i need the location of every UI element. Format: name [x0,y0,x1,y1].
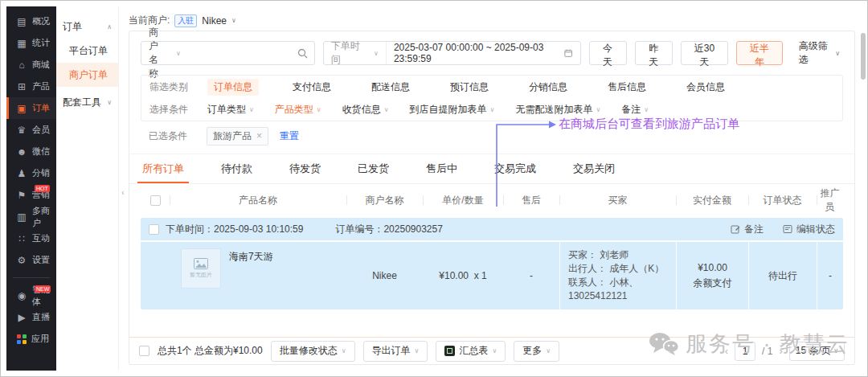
tab-shipped[interactable]: 已发货 [358,154,389,183]
condition-pickup-form[interactable]: 到店自提附加表单∨ [410,103,495,117]
sidebar-item-settings[interactable]: ⚙设置 [6,249,56,271]
sidebar-item-members[interactable]: ♛会员 [6,119,56,141]
category-distribution-info[interactable]: 分销信息 [522,79,574,96]
category-payment-info[interactable]: 支付信息 [286,79,338,96]
sidebar-label: 互动 [32,232,50,244]
chevron-down-icon: ∨ [317,106,321,113]
sidebar-item-products[interactable]: ⊞产品 [6,76,56,97]
search-input[interactable] [188,43,291,64]
tab-closed[interactable]: 交易关闭 [573,154,615,183]
condition-remark[interactable]: 备注∨ [621,103,649,117]
advanced-filter-toggle[interactable]: 高级筛选 ∨ [799,39,843,67]
quick-yesterday-button[interactable]: 昨天 [635,41,673,65]
condition-shipping-info[interactable]: 收货信息∨ [342,103,389,117]
category-aftersale-info[interactable]: 售后信息 [601,79,653,96]
category-member-info[interactable]: 会员信息 [680,79,731,96]
search-field-label: 商户名称 [149,26,165,80]
page-number-input[interactable]: 1 [735,342,755,361]
sidebar-item-apps[interactable]: 应用 [6,328,56,350]
tab-pending-shipment[interactable]: 待发货 [289,154,321,183]
header-order-status: 订单状态 [748,194,817,207]
scrollbar-thumb[interactable] [861,33,866,80]
subnav-item-platform-orders[interactable]: 平台订单 [56,39,118,63]
batch-modify-status-button[interactable]: 批量修改状态∨ [271,341,355,362]
condition-label: 备注 [621,103,641,117]
chevron-down-icon[interactable]: ∨ [231,17,236,24]
gear-icon: ⚙ [16,255,27,266]
no-image-label: 暂无图片 [190,271,212,279]
order-row[interactable]: 下单时间：2025-09-03 10:10:59 订单编号：2025090325… [141,218,843,309]
condition-product-type[interactable]: 产品类型∨ [275,103,321,117]
pay-method: 余额支付 [694,276,732,291]
quick-30days-button[interactable]: 近30天 [681,41,728,65]
time-field-label: 下单时间 [331,39,362,67]
remove-tag-icon[interactable]: × [256,130,262,141]
tab-pending-payment[interactable]: 待付款 [221,154,252,183]
sidebar-item-orders[interactable]: ▣订单 [6,97,56,119]
order-edit-status-label: 编辑状态 [796,223,835,236]
header-aftersale: 售后 [503,194,559,207]
sidebar-item-live[interactable]: ▶直播 [6,306,56,328]
subnav-item-label: 商户订单 [69,68,108,82]
sidebar-item-wechat[interactable]: ☻微信 [6,141,56,162]
condition-order-type[interactable]: 订单类型∨ [207,103,254,117]
sidebar-item-stats[interactable]: ▦统计 [6,32,56,54]
sidebar-item-interaction[interactable]: ∷互动 [6,227,56,249]
chevron-down-icon: ∨ [546,347,551,354]
sidebar-item-multi-merchant[interactable]: ▥多商户 [6,206,56,227]
filter-category-row: 筛选类别 订单信息 支付信息 配送信息 预订信息 分销信息 售后信息 会员信息 [141,76,842,98]
collapse-sidebar-handle[interactable]: ‹ [119,182,127,203]
sidebar-label: 订单 [32,102,50,114]
condition-nodelivery-form[interactable]: 无需配送附加表单∨ [515,103,600,117]
summary-sheet-button[interactable]: 汇总表∨ [436,341,506,362]
more-actions-button[interactable]: 更多∨ [514,341,559,362]
search-icon[interactable] [291,48,314,59]
date-range-input[interactable]: 2025-03-07 00:00:00 ~ 2025-09-03 23:59:5… [386,42,580,64]
buyer-name: 买家： 刘老师 [568,248,628,262]
filter-category-box: 筛选类别 订单信息 支付信息 配送信息 预订信息 分销信息 售后信息 会员信息 … [141,75,843,121]
orders-panel: 商户名称 ∨ 下单时间 ∨ 20 [129,31,855,365]
category-order-info[interactable]: 订单信息 [207,79,259,96]
sidebar-item-overview[interactable]: ▤概况 [6,10,56,32]
page-size-select[interactable]: 15 条/页 ∨ [789,342,845,361]
category-delivery-info[interactable]: 配送信息 [365,79,416,96]
secondary-sidebar: 订单∧ 平台订单 商户订单 配套工具∨ [56,6,119,371]
subnav-item-merchant-orders[interactable]: 商户订单 [56,63,118,87]
sidebar-item-mall[interactable]: ⌂商城 [6,54,56,76]
header-merchant-name: 商户名称 [346,194,423,207]
sidebar-label: 设置 [32,254,50,266]
chevron-down-icon: ∨ [492,347,497,354]
order-note-action[interactable]: 备注 [731,223,764,236]
order-checkbox[interactable] [149,224,159,235]
order-edit-status-action[interactable]: 编辑状态 [783,223,835,236]
category-booking-info[interactable]: 预订信息 [444,79,495,96]
advanced-filter-label: 高级筛选 [799,39,832,67]
mall-icon: ⌂ [16,59,27,71]
footer-select-all-checkbox[interactable] [139,346,149,356]
reset-filters-link[interactable]: 重置 [280,129,299,143]
subnav-group-tools[interactable]: 配套工具∨ [56,90,118,114]
time-field-select[interactable]: 下单时间 ∨ [324,39,386,67]
wechat-icon: ☻ [16,146,27,158]
search-field-select[interactable]: 商户名称 ∨ [141,26,188,80]
quick-halfyear-button[interactable]: 近半年 [736,41,783,65]
sidebar-item-agent[interactable]: ◉智能体NEW [6,285,56,306]
sidebar-label: 多商户 [32,205,56,229]
tab-completed[interactable]: 交易完成 [494,154,536,183]
tab-aftersale[interactable]: 售后中 [426,154,457,183]
agent-icon: ◉ [16,290,27,301]
prev-page-button[interactable]: ‹ [725,345,728,357]
app-window: ▤概况 ▦统计 ⌂商城 ⊞产品 ▣订单 ♛会员 ☻微信 ♟分销 ⚑营销HOT ▥… [0,0,868,377]
chevron-down-icon: ∨ [176,50,181,57]
sidebar-item-distribution[interactable]: ♟分销 [6,162,56,184]
quick-today-button[interactable]: 今天 [589,41,627,65]
merchant-name: Nikee [202,15,227,27]
export-orders-button[interactable]: 导出订单∨ [363,341,428,362]
sidebar-item-marketing[interactable]: ⚑营销HOT [6,184,56,206]
condition-label: 收货信息 [342,103,381,117]
subnav-group-orders[interactable]: 订单∧ [56,14,118,39]
tab-all-orders[interactable]: 所有订单 [142,154,184,183]
product-thumbnail: 暂无图片 [181,248,221,289]
next-page-button[interactable]: › [779,345,782,357]
select-all-checkbox[interactable] [150,195,161,206]
